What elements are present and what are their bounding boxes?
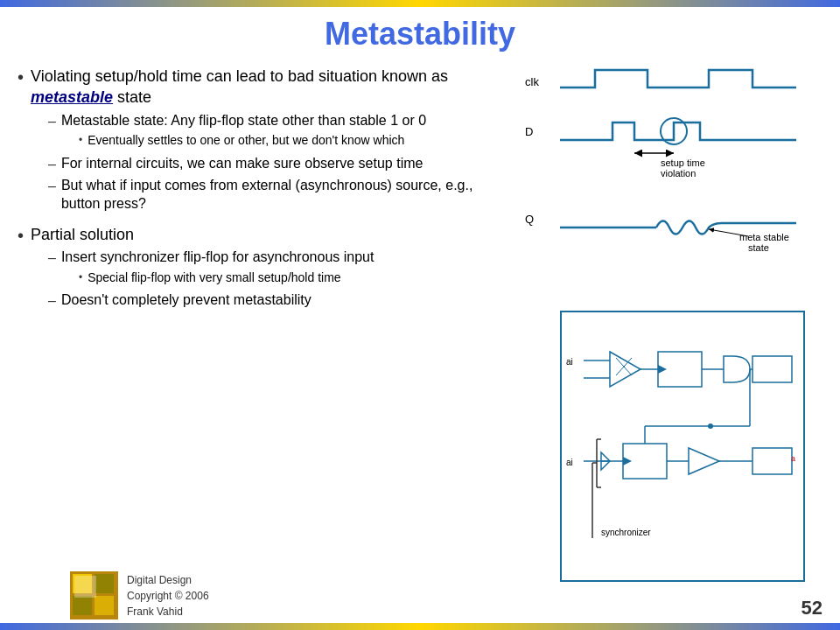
logo-svg [70, 571, 118, 620]
timing-diagram: clk D setup time violation Q meta [525, 61, 822, 298]
sub-item-1-3: – But what if input comes from external … [48, 177, 490, 214]
metastable-label-2: state [748, 242, 769, 253]
ai-label-top: ai [566, 357, 573, 367]
sub-list-1: – Metastable state: Any flip-flop state … [31, 112, 490, 214]
subsub-text-2: Special flip-flop with very small setup/… [88, 270, 340, 285]
setup-time-label-1: setup time [661, 158, 705, 168]
subsub-item-2: • Special flip-flop with very small setu… [79, 270, 374, 285]
and-gate-top [724, 356, 750, 382]
sub-dash-4: – [48, 248, 56, 268]
q-metastable-wave [656, 221, 722, 234]
page-title: Metastability [0, 16, 840, 52]
bullet-text-1: Violating setup/hold time can lead to ba… [31, 66, 490, 217]
footer-logo [70, 571, 118, 620]
clk-label: clk [525, 75, 539, 88]
svg-rect-3 [73, 596, 92, 615]
subsub-item-1: • Eventually settles to one or other, bu… [79, 132, 426, 148]
page-number: 52 [802, 597, 822, 620]
d-wave [560, 122, 796, 140]
ai-label-bottom: ai [566, 458, 573, 467]
sub-text-1-1: Metastable state: Any flip-flop state ot… [61, 112, 426, 151]
output-box-bottom [752, 448, 792, 474]
subsub-dot-2: • [79, 271, 82, 285]
footer: Digital Design Copyright © 2006 Frank Va… [70, 571, 209, 620]
sub-text-2-2: Doesn't completely prevent metastability [61, 291, 312, 310]
footer-line2: Copyright © 2006 [127, 588, 209, 604]
bullet-dot-1: • [18, 66, 24, 88]
sub-item-1-2: – For internal circuits, we can make sur… [48, 155, 490, 174]
sub-list-2: – Insert synchronizer flip-flop for asyn… [31, 248, 374, 311]
sub-dash-3: – [48, 177, 56, 196]
annotation-a: a [791, 454, 795, 463]
sub-text-2-1: Insert synchronizer flip-flop for asynch… [61, 248, 374, 288]
sub-item-2-2: – Doesn't completely prevent metastabili… [48, 291, 374, 311]
sub-text-1-3: But what if input comes from external (a… [61, 177, 490, 214]
q-label: Q [525, 213, 534, 226]
output-box-top [752, 356, 792, 382]
footer-line1: Digital Design [127, 572, 209, 588]
footer-text: Digital Design Copyright © 2006 Frank Va… [127, 572, 209, 620]
sub-dash-5: – [48, 291, 56, 311]
bullet-dot-2: • [18, 224, 24, 247]
synchronizer-label: synchronizer [601, 528, 651, 537]
bullet-item-1: • Violating setup/hold time can lead to … [18, 66, 490, 217]
svg-rect-4 [94, 596, 114, 615]
subsub-text-1: Eventually settles to one or other, but … [88, 132, 404, 148]
setup-time-label-2: violation [661, 168, 696, 178]
footer-line3: Frank Vahid [127, 604, 209, 620]
sub-text-1-2: For internal circuits, we can make sure … [61, 155, 424, 173]
circuit-svg: ai [562, 312, 807, 584]
subsub-list-2: • Special flip-flop with very small setu… [61, 270, 374, 285]
subsub-list-1: • Eventually settles to one or other, bu… [61, 132, 426, 148]
triangle-gate-bottom [689, 448, 719, 474]
subsub-dot: • [79, 134, 82, 148]
sub-dash: – [48, 112, 56, 131]
xor-gate-top [610, 352, 640, 387]
sub-item-2-1: – Insert synchronizer flip-flop for asyn… [48, 248, 374, 288]
bullet-item-2: • Partial solution – Insert synchronizer… [18, 224, 490, 314]
clock-triangle-bottom [623, 457, 632, 466]
sub-dash-2: – [48, 155, 56, 174]
sub-item-1-1: – Metastable state: Any flip-flop state … [48, 112, 490, 151]
right-panel: clk D setup time violation Q meta [516, 61, 831, 604]
svg-rect-1 [73, 574, 92, 593]
clock-triangle-top [658, 365, 667, 374]
metastable-label-1: meta stable [739, 232, 789, 242]
circuit-diagram: ai [560, 311, 805, 582]
bullet-list: • Violating setup/hold time can lead to … [18, 66, 490, 314]
bullet-text-2: Partial solution – Insert synchronizer f… [31, 224, 374, 314]
d-label: D [525, 125, 533, 138]
clk-wave [560, 70, 796, 88]
bottom-gradient-bar [0, 623, 840, 630]
main-content: • Violating setup/hold time can lead to … [18, 66, 490, 595]
svg-rect-2 [94, 574, 114, 593]
top-gradient-bar [0, 0, 840, 7]
